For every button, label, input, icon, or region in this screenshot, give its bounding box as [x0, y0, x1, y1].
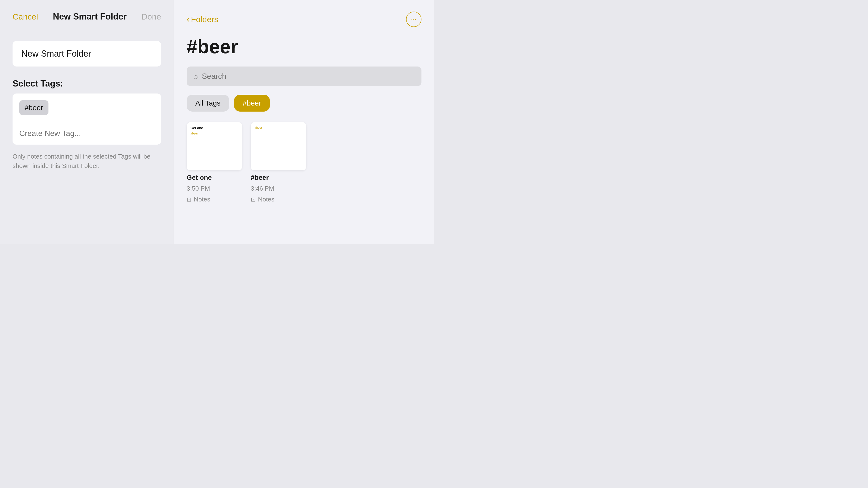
note-card-tag-get-one: #beer: [190, 132, 238, 135]
beer-tag-panel: ‹ Folders ··· #beer ⌕ All Tags #beer Get…: [174, 0, 434, 244]
new-smart-folder-panel: Cancel New Smart Folder Done Select Tags…: [0, 0, 174, 244]
back-button[interactable]: ‹ Folders: [187, 14, 218, 24]
folder-name-input[interactable]: [21, 49, 152, 59]
folder-name-wrapper: [12, 41, 161, 66]
filter-beer-tag[interactable]: #beer: [234, 95, 270, 111]
note-card-thumbnail-get-one[interactable]: Get one #beer: [187, 122, 242, 170]
select-tags-label: Select Tags:: [12, 78, 161, 89]
folder-icon-get-one: ⊡: [187, 196, 191, 203]
tags-hint-text: Only notes containing all the selected T…: [12, 152, 161, 171]
note-card-beer: #beer #beer 3:46 PM ⊡ Notes: [251, 122, 306, 203]
folder-icon-beer: ⊡: [251, 196, 255, 203]
note-folder-name-get-one: Notes: [194, 196, 210, 203]
search-icon: ⌕: [193, 72, 198, 81]
tags-container: #beer: [12, 94, 161, 144]
left-header: Cancel New Smart Folder Done: [12, 11, 161, 22]
back-chevron-icon: ‹: [187, 14, 189, 24]
search-bar: ⌕: [187, 66, 422, 86]
search-input[interactable]: [202, 72, 415, 81]
filter-all-tags[interactable]: All Tags: [187, 95, 229, 111]
note-card-title-get-one: Get one: [190, 126, 238, 130]
note-card-tag-beer: #beer: [255, 126, 302, 129]
selected-tag-beer[interactable]: #beer: [19, 100, 49, 115]
note-folder-name-beer: Notes: [258, 196, 274, 203]
note-time-beer: 3:46 PM: [251, 185, 306, 192]
cancel-button[interactable]: Cancel: [12, 12, 38, 22]
note-title-get-one: Get one: [187, 174, 242, 182]
back-label: Folders: [191, 15, 218, 24]
done-button[interactable]: Done: [142, 12, 161, 22]
note-card-get-one: Get one #beer Get one 3:50 PM ⊡ Notes: [187, 122, 242, 203]
create-new-tag-input[interactable]: [12, 122, 161, 144]
filter-bar: All Tags #beer: [187, 95, 422, 111]
panel-title: New Smart Folder: [53, 11, 127, 22]
page-heading: #beer: [187, 36, 422, 58]
more-icon: ···: [411, 15, 416, 23]
right-header: ‹ Folders ···: [187, 11, 422, 27]
note-time-get-one: 3:50 PM: [187, 185, 242, 192]
more-options-button[interactable]: ···: [406, 11, 422, 27]
selected-tags-area: #beer: [12, 94, 161, 122]
note-card-thumbnail-beer[interactable]: #beer: [251, 122, 306, 170]
note-folder-beer: ⊡ Notes: [251, 196, 306, 203]
note-title-beer: #beer: [251, 174, 306, 182]
notes-grid: Get one #beer Get one 3:50 PM ⊡ Notes #b…: [187, 122, 422, 203]
note-folder-get-one: ⊡ Notes: [187, 196, 242, 203]
